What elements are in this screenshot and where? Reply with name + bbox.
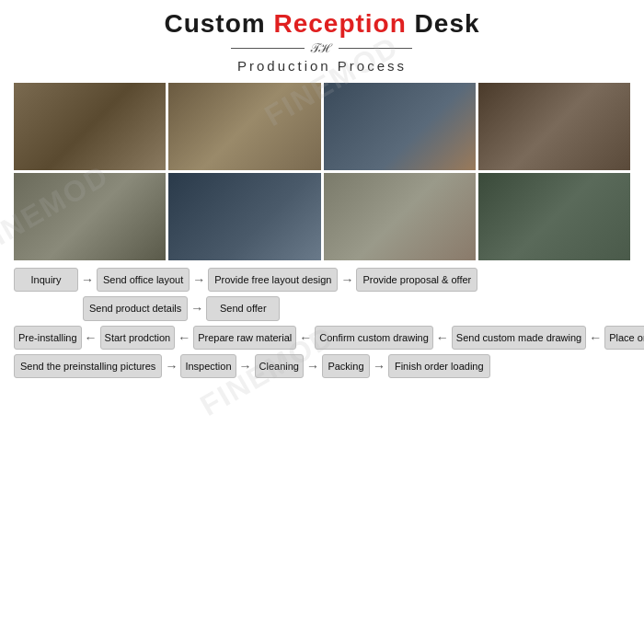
flow-row-1: Inquiry → Send office layout → Provide f… bbox=[14, 268, 630, 292]
send-preinstalling-box: Send the preinstalling pictures bbox=[14, 354, 162, 378]
arrow-2-1: → bbox=[190, 301, 203, 316]
arrow-4-1: → bbox=[165, 359, 178, 374]
photo-3 bbox=[324, 83, 476, 170]
main-title: Custom Reception Desk bbox=[164, 9, 479, 39]
finish-order-box: Finish order loading bbox=[388, 354, 490, 378]
photo-5 bbox=[14, 173, 166, 260]
title-part2: Reception bbox=[273, 9, 406, 38]
arrow-4-3: → bbox=[306, 359, 319, 374]
arrow-3-3: ← bbox=[299, 330, 312, 345]
inspection-box: Inspection bbox=[180, 354, 236, 378]
brand-icon: 𝒯ℋ bbox=[310, 40, 333, 56]
arrow-4-2: → bbox=[239, 359, 252, 374]
photo-7 bbox=[324, 173, 476, 260]
photo-1 bbox=[14, 83, 166, 170]
photo-grid bbox=[14, 83, 630, 260]
divider-line-left bbox=[231, 48, 305, 49]
flow-row-3: Pre-installing ← Start prodction ← Prepa… bbox=[14, 326, 630, 350]
arrow-1-3: → bbox=[340, 272, 353, 287]
start-prodction-box: Start prodction bbox=[100, 326, 176, 350]
cleaning-box: Cleaning bbox=[255, 354, 304, 378]
send-product-box: Send product details bbox=[83, 296, 188, 320]
prepare-raw-box: Prepare raw material bbox=[193, 326, 296, 350]
packing-box: Packing bbox=[322, 354, 370, 378]
arrow-3-2: ← bbox=[178, 330, 190, 345]
photo-4 bbox=[478, 83, 630, 170]
title-part3: Desk bbox=[407, 9, 480, 38]
confirm-custom-box: Confirm custom drawing bbox=[315, 326, 433, 350]
arrow-1-2: → bbox=[192, 272, 205, 287]
photo-6 bbox=[168, 173, 320, 260]
arrow-4-4: → bbox=[373, 359, 385, 374]
divider-line-right bbox=[339, 48, 412, 49]
arrow-3-4: ← bbox=[436, 330, 449, 345]
flow-row-4: Send the preinstalling pictures → Inspec… bbox=[14, 354, 630, 378]
send-offer-box: Send offer bbox=[206, 296, 280, 320]
inquiry-box: Inquiry bbox=[14, 268, 78, 292]
place-order-box: Place order | bbox=[604, 326, 644, 350]
send-layout-box: Send office layout bbox=[97, 268, 190, 292]
title-area: Custom Reception Desk 𝒯ℋ Production Proc… bbox=[164, 9, 479, 79]
pre-installing-box: Pre-installing bbox=[14, 326, 82, 350]
photo-2 bbox=[168, 83, 320, 170]
provide-proposal-box: Provide proposal & offer bbox=[356, 268, 477, 292]
subtitle: Production Process bbox=[164, 58, 479, 74]
arrow-3-1: ← bbox=[85, 330, 98, 345]
send-custom-box: Send custom made drawing bbox=[452, 326, 586, 350]
title-part1: Custom bbox=[164, 9, 273, 38]
process-area: Inquiry → Send office layout → Provide f… bbox=[14, 268, 630, 378]
arrow-3-5: ← bbox=[589, 330, 602, 345]
provide-free-box: Provide free layout design bbox=[208, 268, 338, 292]
photo-8 bbox=[478, 173, 630, 260]
title-divider: 𝒯ℋ bbox=[164, 40, 479, 56]
flow-row-2: Send product details → Send offer bbox=[14, 296, 630, 320]
arrow-1-1: → bbox=[81, 272, 94, 287]
